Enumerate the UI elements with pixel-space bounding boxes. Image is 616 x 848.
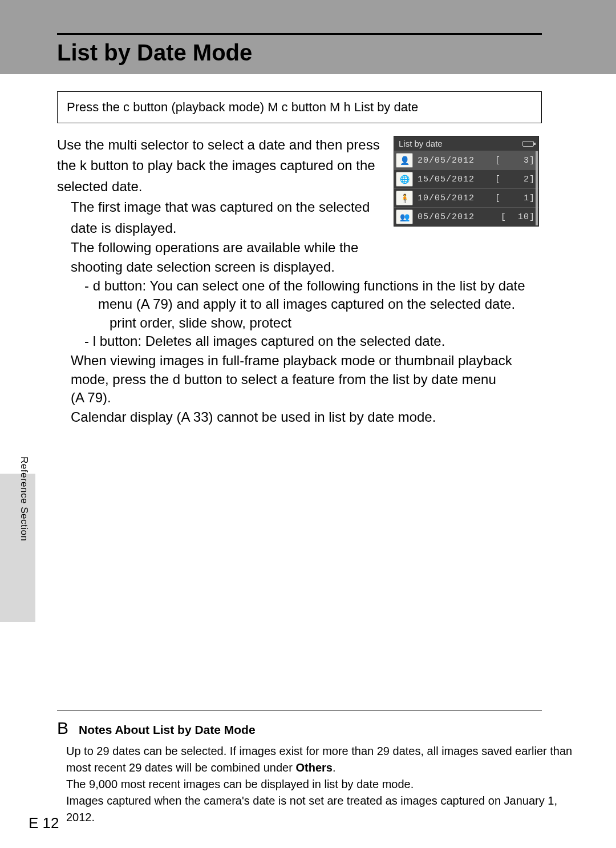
bullet: When viewing images in full-frame playba… xyxy=(71,352,582,370)
paragraph: selected date. xyxy=(57,177,422,196)
note-text: Images captured when the camera's date i… xyxy=(66,793,582,809)
lcd-count: [ 1] xyxy=(495,193,535,203)
thumb-icon: 🌐 xyxy=(396,172,413,187)
bullet: (A 79). xyxy=(71,389,582,407)
list-item: 👥 05/05/2012 [ 10] xyxy=(394,207,538,226)
list-item: 🧍 10/05/2012 [ 1] xyxy=(394,188,538,207)
header-bar: List by Date Mode xyxy=(0,0,616,74)
note-text: most recent 29 dates will be combined un… xyxy=(66,760,582,776)
note-text: Up to 29 dates can be selected. If image… xyxy=(66,744,582,759)
lcd-date: 15/05/2012 xyxy=(418,175,491,184)
battery-icon xyxy=(522,141,534,147)
page-number: E 12 xyxy=(29,814,59,832)
lcd-title: List by date xyxy=(399,139,443,148)
lcd-date: 05/05/2012 xyxy=(418,212,496,222)
sub-bullet: menu (A 79) and apply it to all images c… xyxy=(98,295,582,313)
lcd-count: [ 10] xyxy=(501,212,535,222)
thumb-icon: 👤 xyxy=(396,153,413,168)
sub-bullet: print order, slide show, protect xyxy=(110,314,582,332)
notes-icon: B xyxy=(57,718,68,738)
lcd-date: 20/05/2012 xyxy=(418,156,491,165)
notes-section: B Notes About List by Date Mode Up to 29… xyxy=(57,710,582,826)
lcd-count: [ 3] xyxy=(495,156,535,165)
bullet: The first image that was captured on the… xyxy=(71,198,413,216)
note-bold: Others xyxy=(295,761,332,774)
notes-title: Notes About List by Date Mode xyxy=(79,723,256,737)
bullet: The following operations are available w… xyxy=(71,239,582,257)
bullet: shooting date selection screen is displa… xyxy=(71,258,582,276)
bullet: Calendar display (A 33) cannot be used i… xyxy=(71,408,582,426)
note-text: . xyxy=(333,761,336,774)
list-item: 🌐 15/05/2012 [ 2] xyxy=(394,169,538,188)
note-text: most recent 29 dates will be combined un… xyxy=(66,761,295,774)
breadcrumb-text: Press the c button (playback mode) M c b… xyxy=(67,100,418,114)
paragraph: Use the multi selector to select a date … xyxy=(57,136,422,154)
note-text: 2012. xyxy=(66,810,582,825)
page-title: List by Date Mode xyxy=(57,40,252,66)
lcd-preview: List by date 👤 20/05/2012 [ 3] 🌐 15/05/2… xyxy=(394,136,539,227)
lcd-date: 10/05/2012 xyxy=(418,193,491,203)
sub-bullet: - d button: You can select one of the fo… xyxy=(84,277,582,295)
side-label: Reference Section xyxy=(18,457,30,541)
paragraph: the k button to play back the images cap… xyxy=(57,156,422,175)
side-tab xyxy=(0,474,35,622)
thumb-icon: 🧍 xyxy=(396,191,413,205)
bullet: date is displayed. xyxy=(71,219,413,237)
list-item: 👤 20/05/2012 [ 3] xyxy=(394,151,538,169)
divider xyxy=(57,710,542,710)
lcd-count: [ 2] xyxy=(495,175,535,184)
bullet: mode, press the d button to select a fea… xyxy=(71,370,582,389)
sub-bullet: - l button: Deletes all images captured … xyxy=(84,332,582,350)
breadcrumb: Press the c button (playback mode) M c b… xyxy=(57,91,542,123)
note-text: The 9,000 most recent images can be disp… xyxy=(66,777,582,792)
thumb-icon: 👥 xyxy=(396,209,413,224)
